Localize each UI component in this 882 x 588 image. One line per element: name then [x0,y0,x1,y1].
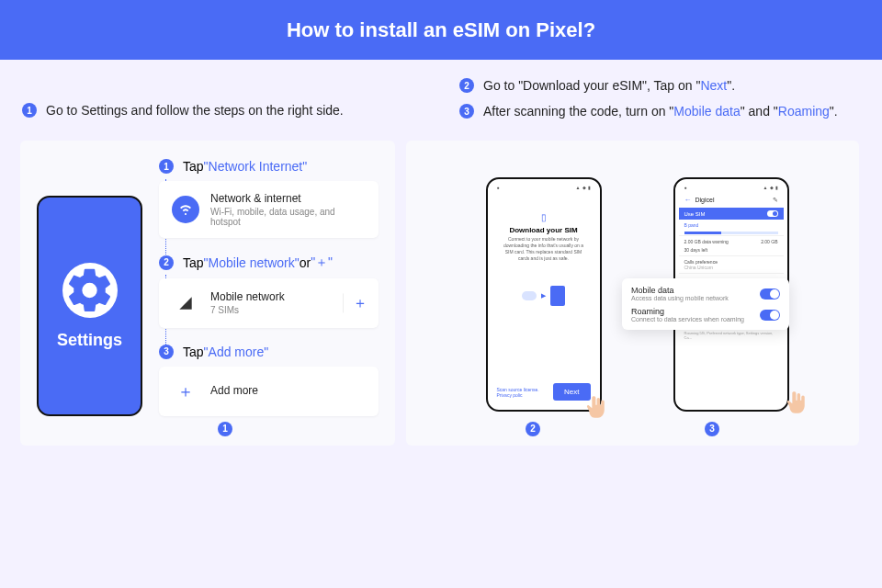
page-title: How to install an eSIM on Pixel? [287,18,595,42]
battery-mini-icon: ▮ [588,185,591,190]
intro-badge-2: 2 [459,78,474,93]
plus-icon[interactable]: ＋ [343,293,368,312]
card-network-internet[interactable]: Network & internet Wi-Fi, mobile, data u… [159,181,379,238]
step-1: 1 Tap "Network Internet" Network & inter… [159,159,379,238]
cloud-icon [522,291,537,300]
step-3-badge: 3 [159,345,174,359]
download-sim-phone: ●▲◆▮ ▯ Download your SIM Connect to your… [486,177,602,412]
card-ni-sub: Wi-Fi, mobile, data usage, and hotspot [210,207,366,227]
card-mn-sub: 7 SIMs [210,305,285,315]
card-mn-title: Mobile network [210,290,285,305]
intro-badge-1: 1 [22,103,37,118]
calls-pref-row[interactable]: Calls preference China Unicom [679,255,784,273]
settings-gear-icon [62,263,118,318]
mobile-data-sub: Access data using mobile network [631,295,729,301]
footer-link[interactable]: Scan source license. Privacy polic [497,387,554,398]
card-mobile-network[interactable]: Mobile network 7 SIMs ＋ [159,278,379,328]
settings-phone: Settings [37,196,142,416]
step-3-head: 3 Tap "Add more" [159,345,379,359]
download-footer: Scan source license. Privacy polic Next [497,383,591,401]
arrow-icon: ▶ [541,292,546,300]
sim-icon [550,286,565,306]
step-1-badge: 1 [159,159,174,174]
download-desc: Connect to your mobile network by downlo… [492,234,596,264]
statusbar-3: ●▲◆▮ [679,183,784,192]
intro-line-2: 2 Go to "Download your eSIM", Tap on "Ne… [459,78,860,93]
hl-next: Next [700,78,727,93]
intro-left: 1 Go to Settings and follow the steps on… [22,78,423,130]
step-1-quote: "Network Internet" [204,159,308,174]
signal-icon [172,289,199,317]
header-banner: How to install an eSIM on Pixel? [0,0,882,60]
data-warning-row: 2.00 GB data warning 2.00 GB [679,235,784,247]
roaming-row[interactable]: Roaming Connect to data services when ro… [631,307,780,322]
intro-right: 2 Go to "Download your eSIM", Tap on "Ne… [459,78,860,130]
intro-badge-3: 3 [459,104,474,119]
sim-lock-icon: ▯ [492,212,596,222]
download-header: ▯ Download your SIM Connect to your mobi… [492,212,596,264]
card-ni-title: Network & internet [210,192,366,207]
step-3: 3 Tap "Add more" ＋ Add more [159,345,379,416]
step-2-head: 2 Tap "Mobile network" or "＋" [159,254,379,271]
footer-badge-2: 2 [526,422,540,436]
step-1-head: 1 Tap "Network Internet" [159,159,379,174]
intro-line-3: 3 After scanning the code, turn on "Mobi… [459,104,860,119]
hl-mobile-data: Mobile data [673,104,740,119]
use-sim-toggle[interactable] [767,210,778,217]
step-2-quote2: "＋" [311,254,333,271]
card-add-more[interactable]: ＋ Add more [159,367,379,416]
signal-mini-icon-2: ▲ [763,185,768,190]
toggles-overlay: Mobile data Access data using mobile net… [622,278,789,330]
hl-roaming: Roaming [778,104,830,119]
edit-icon[interactable]: ✎ [773,197,778,204]
intro-left-text: Go to Settings and follow the steps on t… [46,103,344,118]
back-arrow-icon[interactable]: ← [684,196,692,204]
statusbar-2: ●▲◆▮ [492,183,596,192]
intro-right-text-3: After scanning the code, turn on "Mobile… [483,104,838,119]
roaming-title: Roaming [631,307,744,316]
hand-pointer-icon [583,393,609,421]
settings-label: Settings [57,331,122,350]
hand-pointer-icon-2 [784,389,809,416]
steps-column: 1 Tap "Network Internet" Network & inter… [159,159,379,433]
step-2-quote: "Mobile network" [204,255,300,270]
carrier-name: Digicel [695,197,769,203]
download-title: Download your SIM [492,226,596,234]
intro-right-text-2: Go to "Download your eSIM", Tap on "Next… [483,78,735,93]
days-left: 30 days left [679,247,784,255]
footer-badge-3: 3 [705,422,719,436]
data-usage-bar [684,232,778,234]
intro-section: 1 Go to Settings and follow the steps on… [0,60,882,141]
wifi-icon [172,196,199,223]
step-2: 2 Tap "Mobile network" or "＋" Mobile net… [159,254,379,328]
battery-mini-icon-2: ▮ [775,185,778,190]
roaming-sub: Connect to data services when roaming [631,316,744,322]
panel-step-1: Settings 1 Tap "Network Internet" Networ… [20,141,395,446]
use-sim-row[interactable]: Use SIM [679,208,784,220]
plus-left-icon: ＋ [172,378,199,405]
card-am-title: Add more [210,384,258,399]
footer-badge-1: 1 [218,422,232,436]
panels-row: Settings 1 Tap "Network Internet" Networ… [0,141,882,446]
mobile-data-toggle[interactable] [760,288,780,300]
step-3-quote: "Add more" [204,345,269,359]
roaming-toggle[interactable] [760,310,780,321]
wifi-mini-icon-2: ◆ [770,185,774,190]
step-2-badge: 2 [159,255,174,270]
mobile-data-row[interactable]: Mobile data Access data using mobile net… [631,286,780,301]
wifi-mini-icon: ◆ [582,185,586,190]
signal-mini-icon: ▲ [576,185,581,190]
sec-label: B pand [679,220,784,231]
mobile-data-title: Mobile data [631,286,729,295]
panel-steps-23: ●▲◆▮ ▯ Download your SIM Connect to your… [406,141,859,446]
download-illustration: ▶ [492,286,596,306]
sim-top-bar: ← Digicel ✎ [679,192,784,208]
